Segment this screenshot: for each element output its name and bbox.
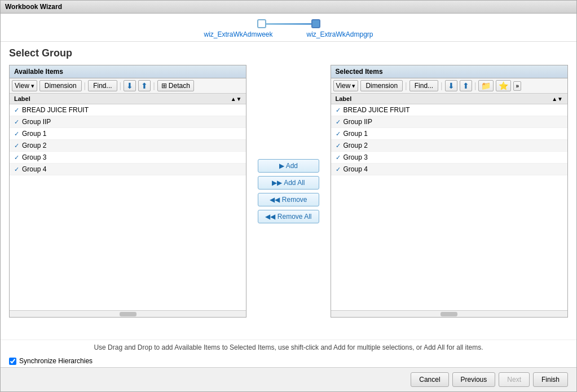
- selected-dimension-label: Dimension: [365, 82, 398, 90]
- scroll-thumb: [120, 312, 136, 316]
- available-col-label: Label: [14, 95, 231, 102]
- toolbar-sep-5: |: [441, 81, 443, 90]
- check-icon: ✓: [336, 166, 341, 173]
- list-item[interactable]: ✓ BREAD JUICE FRUIT: [331, 104, 567, 116]
- list-item[interactable]: ✓ Group 3: [331, 152, 567, 164]
- available-up-button[interactable]: ⬆: [138, 80, 151, 91]
- item-label: Group 4: [22, 165, 46, 173]
- toolbar-sep-2: |: [120, 81, 122, 90]
- selected-sort-asc-icon[interactable]: ▲: [552, 96, 557, 102]
- list-item[interactable]: ✓ Group 4: [10, 164, 246, 175]
- page-title: Select Group: [9, 47, 568, 59]
- folder-icon-button[interactable]: 📁: [478, 80, 494, 91]
- check-icon: ✓: [14, 166, 19, 173]
- item-label: Group 1: [343, 130, 368, 138]
- selected-view-button[interactable]: View ▾: [333, 80, 359, 91]
- add-icon: ▶: [279, 162, 286, 170]
- list-item[interactable]: ✓ Group 2: [10, 140, 246, 152]
- check-icon: ✓: [14, 118, 19, 126]
- check-icon: ✓: [336, 154, 341, 161]
- item-label: Group 2: [22, 142, 46, 149]
- list-item[interactable]: ✓ Group 1: [10, 128, 246, 140]
- available-scrollbar[interactable]: [10, 310, 246, 317]
- available-panel-header: Available Items: [10, 65, 246, 78]
- next-label: Next: [507, 376, 521, 384]
- cancel-label: Cancel: [419, 376, 440, 384]
- step-label-1[interactable]: wiz_ExtraWkAdmweek: [204, 30, 272, 38]
- selected-items-list: ✓ BREAD JUICE FRUIT ✓ Group IIP ✓ Group …: [331, 104, 567, 310]
- selected-scrollbar[interactable]: [331, 310, 567, 317]
- item-label: Group IIP: [22, 118, 51, 126]
- cancel-button[interactable]: Cancel: [411, 372, 448, 387]
- list-item[interactable]: ✓ Group 4: [331, 164, 567, 175]
- previous-button[interactable]: Previous: [452, 372, 496, 387]
- available-view-button[interactable]: View ▾: [12, 80, 37, 91]
- remove-all-label: Remove All: [278, 213, 312, 221]
- detach-icon: ⊞: [161, 82, 167, 90]
- progress-step-1[interactable]: [257, 19, 266, 28]
- footer-note-text: Use Drag and Drop to add Available Items…: [94, 343, 483, 351]
- available-items-panel: Available Items View ▾ Dimension | Find.…: [9, 65, 246, 318]
- toolbar-sep-6: |: [474, 81, 477, 90]
- list-item[interactable]: ✓ Group 1: [331, 128, 567, 140]
- selected-sort-icons: ▲ ▼: [552, 96, 563, 102]
- selected-col-label: Label: [336, 95, 552, 102]
- item-label: Group IIP: [343, 118, 372, 126]
- selected-items-panel: Selected Items View ▾ Dimension | Find..…: [331, 65, 568, 318]
- check-icon: ✓: [14, 107, 19, 114]
- selected-sort-desc-icon[interactable]: ▼: [557, 96, 563, 102]
- finish-button[interactable]: Finish: [533, 372, 568, 387]
- list-item[interactable]: ✓ BREAD JUICE FRUIT: [10, 104, 246, 116]
- item-label: Group 2: [343, 142, 368, 149]
- add-all-button[interactable]: ▶▶ Add All: [258, 176, 319, 190]
- sync-checkbox[interactable]: [9, 358, 16, 365]
- more-options-button[interactable]: »: [513, 81, 521, 91]
- selected-panel-toolbar: View ▾ Dimension | Find... | ⬇ ⬆ | 📁 ⭐ »: [331, 78, 567, 94]
- toolbar-sep-3: |: [153, 81, 155, 90]
- item-label: Group 3: [22, 153, 46, 161]
- wizard-progress: wiz_ExtraWkAdmweek wiz_ExtraWkAdmpgrp: [1, 14, 576, 42]
- add-button[interactable]: ▶ Add: [258, 159, 319, 173]
- sync-row: Synchronize Hierarchies: [1, 355, 576, 367]
- selected-dimension-button[interactable]: Dimension: [360, 80, 403, 91]
- step-label-2[interactable]: wiz_ExtraWkAdmpgrp: [307, 30, 373, 38]
- selected-up-button[interactable]: ⬆: [460, 80, 472, 91]
- available-dimension-label: Dimension: [45, 82, 77, 90]
- progress-step-2[interactable]: [311, 19, 320, 28]
- list-item[interactable]: ✓ Group IIP: [331, 116, 567, 128]
- progress-labels: wiz_ExtraWkAdmweek wiz_ExtraWkAdmpgrp: [204, 30, 373, 38]
- workbook-wizard-window: Workbook Wizard wiz_ExtraWkAdmweek wiz_E…: [0, 0, 577, 392]
- toolbar-sep-4: |: [405, 81, 407, 90]
- check-icon: ✓: [14, 154, 19, 161]
- next-button[interactable]: Next: [499, 372, 530, 387]
- check-icon: ✓: [336, 107, 341, 114]
- progress-line: [266, 23, 311, 25]
- selected-down-button[interactable]: ⬇: [445, 80, 457, 91]
- available-detach-button[interactable]: ⊞ Detach: [157, 80, 194, 91]
- remove-all-button[interactable]: ◀◀ Remove All: [258, 210, 319, 223]
- remove-button[interactable]: ◀◀ Remove: [258, 193, 319, 206]
- sort-icons: ▲ ▼: [231, 96, 242, 102]
- transfer-buttons: ▶ Add ▶▶ Add All ◀◀ Remove ◀◀ Remove All: [255, 65, 321, 318]
- remove-label: Remove: [282, 196, 307, 204]
- list-item[interactable]: ✓ Group IIP: [10, 116, 246, 128]
- available-find-button[interactable]: Find...: [88, 80, 117, 91]
- sort-desc-icon[interactable]: ▼: [236, 96, 242, 102]
- available-dimension-button[interactable]: Dimension: [39, 80, 82, 91]
- available-view-label: View: [15, 82, 29, 90]
- list-item[interactable]: ✓ Group 3: [10, 152, 246, 164]
- remove-icon: ◀◀: [270, 196, 281, 204]
- list-item[interactable]: ✓ Group 2: [331, 140, 567, 152]
- check-icon: ✓: [336, 130, 341, 138]
- selected-find-button[interactable]: Find...: [409, 80, 438, 91]
- sort-asc-icon[interactable]: ▲: [231, 96, 236, 102]
- available-down-button[interactable]: ⬇: [124, 80, 136, 91]
- check-icon: ✓: [14, 130, 19, 138]
- available-items-list: ✓ BREAD JUICE FRUIT ✓ Group IIP ✓ Group …: [10, 104, 246, 310]
- check-icon: ✓: [14, 142, 19, 149]
- star-icon-button[interactable]: ⭐: [496, 80, 511, 91]
- toolbar-sep-1: |: [84, 81, 86, 90]
- window-title: Workbook Wizard: [5, 3, 62, 11]
- previous-label: Previous: [461, 376, 487, 384]
- item-label: Group 1: [22, 130, 46, 138]
